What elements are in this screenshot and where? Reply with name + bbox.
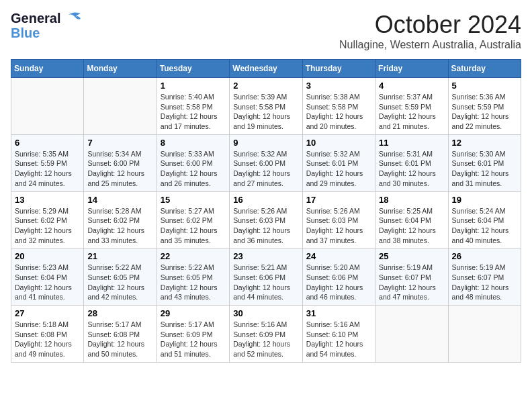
day-content: Sunrise: 5:26 AMSunset: 6:03 PMDaylight:… — [306, 206, 371, 246]
day-number: 13 — [15, 195, 80, 205]
day-content: Sunrise: 5:26 AMSunset: 6:03 PMDaylight:… — [233, 206, 298, 246]
calendar-week-row: 20Sunrise: 5:23 AMSunset: 6:04 PMDayligh… — [11, 248, 521, 306]
day-number: 5 — [452, 81, 517, 91]
calendar-week-row: 13Sunrise: 5:29 AMSunset: 6:02 PMDayligh… — [11, 191, 521, 248]
day-number: 3 — [306, 81, 371, 91]
day-content: Sunrise: 5:31 AMSunset: 6:01 PMDaylight:… — [379, 149, 444, 189]
calendar-cell: 8Sunrise: 5:33 AMSunset: 6:00 PMDaylight… — [157, 134, 229, 191]
day-content: Sunrise: 5:23 AMSunset: 6:04 PMDaylight:… — [15, 263, 80, 302]
day-number: 24 — [306, 251, 371, 261]
day-content: Sunrise: 5:17 AMSunset: 6:08 PMDaylight:… — [87, 320, 152, 359]
logo: General Blue — [11, 11, 82, 40]
day-content: Sunrise: 5:30 AMSunset: 6:01 PMDaylight:… — [452, 149, 517, 189]
day-content: Sunrise: 5:29 AMSunset: 6:02 PMDaylight:… — [15, 206, 80, 246]
day-content: Sunrise: 5:18 AMSunset: 6:08 PMDaylight:… — [15, 320, 80, 359]
day-number: 26 — [452, 251, 517, 261]
page-header: General Blue October 2024 Nullagine, Wes… — [11, 11, 521, 51]
calendar-cell: 13Sunrise: 5:29 AMSunset: 6:02 PMDayligh… — [11, 191, 84, 248]
day-number: 9 — [233, 138, 298, 148]
weekday-header-tuesday: Tuesday — [157, 60, 229, 78]
day-number: 2 — [233, 81, 298, 91]
day-number: 28 — [87, 308, 152, 318]
calendar-cell: 17Sunrise: 5:26 AMSunset: 6:03 PMDayligh… — [302, 191, 375, 248]
day-content: Sunrise: 5:33 AMSunset: 6:00 PMDaylight:… — [161, 149, 226, 189]
day-content: Sunrise: 5:22 AMSunset: 6:05 PMDaylight:… — [87, 263, 152, 302]
day-number: 15 — [161, 195, 226, 205]
day-content: Sunrise: 5:19 AMSunset: 6:07 PMDaylight:… — [452, 263, 517, 302]
calendar-cell: 29Sunrise: 5:17 AMSunset: 6:09 PMDayligh… — [157, 306, 229, 363]
day-number: 23 — [233, 251, 298, 261]
day-number: 20 — [15, 251, 80, 261]
day-number: 22 — [161, 251, 226, 261]
day-content: Sunrise: 5:37 AMSunset: 5:59 PMDaylight:… — [379, 92, 444, 132]
day-content: Sunrise: 5:36 AMSunset: 5:59 PMDaylight:… — [452, 92, 517, 132]
calendar-cell: 3Sunrise: 5:38 AMSunset: 5:58 PMDaylight… — [302, 78, 375, 135]
calendar-cell: 26Sunrise: 5:19 AMSunset: 6:07 PMDayligh… — [448, 248, 521, 306]
weekday-header-sunday: Sunday — [11, 60, 84, 78]
calendar-cell: 14Sunrise: 5:28 AMSunset: 6:02 PMDayligh… — [84, 191, 157, 248]
calendar-week-row: 6Sunrise: 5:35 AMSunset: 5:59 PMDaylight… — [11, 134, 521, 191]
calendar-cell: 20Sunrise: 5:23 AMSunset: 6:04 PMDayligh… — [11, 248, 84, 306]
calendar-table: SundayMondayTuesdayWednesdayThursdayFrid… — [11, 59, 521, 363]
calendar-cell: 18Sunrise: 5:25 AMSunset: 6:04 PMDayligh… — [375, 191, 448, 248]
day-content: Sunrise: 5:22 AMSunset: 6:05 PMDaylight:… — [161, 263, 226, 302]
day-number: 29 — [161, 308, 226, 318]
day-number: 11 — [379, 138, 444, 148]
day-number: 27 — [15, 308, 80, 318]
calendar-cell: 28Sunrise: 5:17 AMSunset: 6:08 PMDayligh… — [84, 306, 157, 363]
calendar-cell: 16Sunrise: 5:26 AMSunset: 6:03 PMDayligh… — [230, 191, 302, 248]
weekday-header-thursday: Thursday — [302, 60, 375, 78]
day-number: 8 — [161, 138, 226, 148]
day-content: Sunrise: 5:24 AMSunset: 6:04 PMDaylight:… — [452, 206, 517, 246]
day-content: Sunrise: 5:34 AMSunset: 6:00 PMDaylight:… — [87, 149, 152, 189]
day-number: 21 — [87, 251, 152, 261]
day-content: Sunrise: 5:27 AMSunset: 6:02 PMDaylight:… — [161, 206, 226, 246]
day-number: 16 — [233, 195, 298, 205]
weekday-header-saturday: Saturday — [448, 60, 521, 78]
day-number: 25 — [379, 251, 444, 261]
day-number: 17 — [306, 195, 371, 205]
day-content: Sunrise: 5:21 AMSunset: 6:06 PMDaylight:… — [233, 263, 298, 302]
day-content: Sunrise: 5:16 AMSunset: 6:10 PMDaylight:… — [306, 320, 371, 359]
day-number: 30 — [233, 308, 298, 318]
logo-blue-text: Blue — [11, 26, 40, 40]
calendar-cell: 24Sunrise: 5:20 AMSunset: 6:06 PMDayligh… — [302, 248, 375, 306]
day-content: Sunrise: 5:25 AMSunset: 6:04 PMDaylight:… — [379, 206, 444, 246]
location-subtitle: Nullagine, Western Australia, Australia — [339, 39, 521, 51]
day-number: 19 — [452, 195, 517, 205]
day-content: Sunrise: 5:39 AMSunset: 5:58 PMDaylight:… — [233, 92, 298, 132]
calendar-cell: 22Sunrise: 5:22 AMSunset: 6:05 PMDayligh… — [157, 248, 229, 306]
day-content: Sunrise: 5:28 AMSunset: 6:02 PMDaylight:… — [87, 206, 152, 246]
calendar-cell — [11, 78, 84, 135]
day-content: Sunrise: 5:32 AMSunset: 6:01 PMDaylight:… — [306, 149, 371, 189]
day-number: 10 — [306, 138, 371, 148]
day-content: Sunrise: 5:16 AMSunset: 6:09 PMDaylight:… — [233, 320, 298, 359]
day-number: 1 — [161, 81, 226, 91]
calendar-cell: 23Sunrise: 5:21 AMSunset: 6:06 PMDayligh… — [230, 248, 302, 306]
calendar-cell: 30Sunrise: 5:16 AMSunset: 6:09 PMDayligh… — [230, 306, 302, 363]
calendar-week-row: 27Sunrise: 5:18 AMSunset: 6:08 PMDayligh… — [11, 306, 521, 363]
day-number: 31 — [306, 308, 371, 318]
weekday-header-wednesday: Wednesday — [230, 60, 302, 78]
day-content: Sunrise: 5:17 AMSunset: 6:09 PMDaylight:… — [161, 320, 226, 359]
calendar-cell: 21Sunrise: 5:22 AMSunset: 6:05 PMDayligh… — [84, 248, 157, 306]
weekday-header-friday: Friday — [375, 60, 448, 78]
month-year-title: October 2024 — [339, 11, 521, 39]
calendar-header-row: SundayMondayTuesdayWednesdayThursdayFrid… — [11, 60, 521, 78]
calendar-cell: 4Sunrise: 5:37 AMSunset: 5:59 PMDaylight… — [375, 78, 448, 135]
calendar-cell: 31Sunrise: 5:16 AMSunset: 6:10 PMDayligh… — [302, 306, 375, 363]
calendar-week-row: 1Sunrise: 5:40 AMSunset: 5:58 PMDaylight… — [11, 78, 521, 135]
logo-general-text: General — [11, 11, 60, 26]
day-number: 12 — [452, 138, 517, 148]
calendar-cell: 27Sunrise: 5:18 AMSunset: 6:08 PMDayligh… — [11, 306, 84, 363]
day-content: Sunrise: 5:19 AMSunset: 6:07 PMDaylight:… — [379, 263, 444, 302]
day-content: Sunrise: 5:35 AMSunset: 5:59 PMDaylight:… — [15, 149, 80, 189]
calendar-cell: 1Sunrise: 5:40 AMSunset: 5:58 PMDaylight… — [157, 78, 229, 135]
day-number: 18 — [379, 195, 444, 205]
calendar-cell — [84, 78, 157, 135]
calendar-cell: 15Sunrise: 5:27 AMSunset: 6:02 PMDayligh… — [157, 191, 229, 248]
title-block: October 2024 Nullagine, Western Australi… — [339, 11, 521, 51]
calendar-cell — [448, 306, 521, 363]
weekday-header-monday: Monday — [84, 60, 157, 78]
calendar-cell: 5Sunrise: 5:36 AMSunset: 5:59 PMDaylight… — [448, 78, 521, 135]
